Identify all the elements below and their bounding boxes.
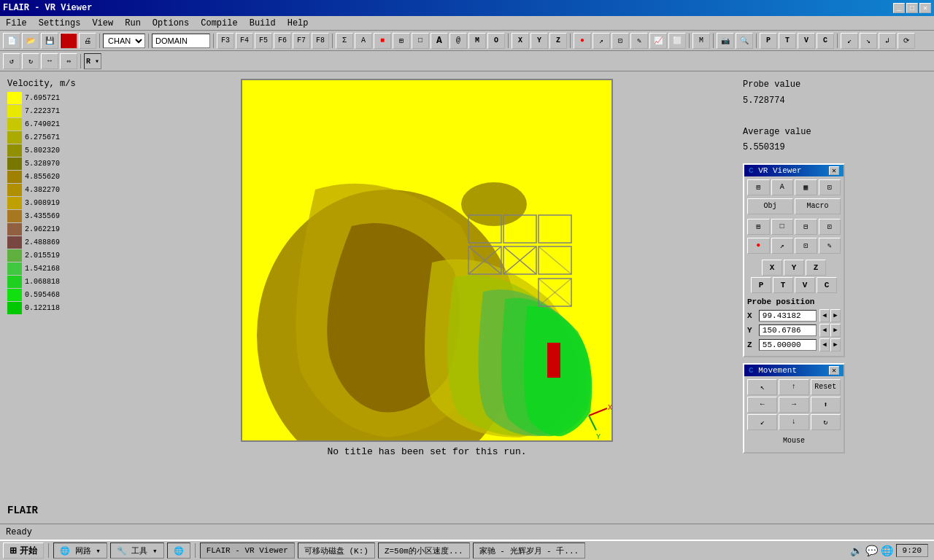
- tb2-move[interactable]: ↔: [41, 53, 58, 69]
- tb-P[interactable]: P: [760, 33, 777, 49]
- tb-f3[interactable]: F3: [217, 33, 234, 49]
- mv-btn-ul[interactable]: ↖: [747, 379, 777, 395]
- mv-btn-t[interactable]: ⬆: [811, 397, 841, 413]
- tb-at[interactable]: @: [449, 33, 467, 49]
- tb-bigA[interactable]: A: [431, 33, 448, 49]
- tb-O[interactable]: O: [487, 33, 505, 49]
- probe-x-right[interactable]: ▶: [830, 309, 841, 322]
- tb2-zoom[interactable]: ⇔: [60, 53, 77, 69]
- menu-help[interactable]: Help: [285, 18, 312, 28]
- obj-btn[interactable]: Obj: [747, 198, 793, 214]
- vr-t-btn[interactable]: T: [773, 277, 793, 293]
- tb-T[interactable]: T: [779, 33, 796, 49]
- start-button[interactable]: ⊞ 开始: [3, 542, 44, 559]
- taskbar-music[interactable]: 家驰 - 光辉岁月 - 千...: [473, 542, 585, 559]
- menu-view[interactable]: View: [89, 18, 116, 28]
- vr-viewer-close[interactable]: ✕: [829, 166, 839, 175]
- tb-M2[interactable]: M: [692, 33, 710, 49]
- chan-select[interactable]: CHAN: [103, 34, 145, 48]
- tb-Z[interactable]: Z: [549, 33, 567, 49]
- tb-f7[interactable]: F7: [293, 33, 310, 49]
- tb-print[interactable]: 🖨: [79, 33, 96, 49]
- tb-snap[interactable]: ⊡: [611, 33, 629, 49]
- taskbar-disk[interactable]: 可移动磁盘 (K:): [298, 542, 375, 559]
- vr-z-btn[interactable]: Z: [806, 260, 826, 276]
- tb-red[interactable]: ■: [374, 33, 391, 49]
- probe-x-left[interactable]: ◀: [819, 309, 830, 322]
- tb-M[interactable]: M: [468, 33, 486, 49]
- vr-btn-1[interactable]: ⊞: [747, 179, 770, 195]
- mv-reset[interactable]: Reset: [811, 379, 841, 395]
- vr-p-btn[interactable]: P: [751, 277, 771, 293]
- tb-f6[interactable]: F6: [274, 33, 291, 49]
- menu-file[interactable]: File: [3, 18, 30, 28]
- tb-arr3[interactable]: ↲: [879, 33, 896, 49]
- mv-btn-dl[interactable]: ↙: [747, 414, 777, 430]
- vr-c-btn[interactable]: C: [817, 277, 837, 293]
- vr-g3-3[interactable]: ⊡: [795, 238, 817, 254]
- mv-btn-r[interactable]: →: [779, 397, 808, 413]
- tb-new[interactable]: 📄: [3, 33, 20, 49]
- vr-btn-3[interactable]: ▦: [795, 179, 817, 195]
- taskbar-item-browser[interactable]: 🌐: [167, 542, 190, 559]
- mv-btn-l[interactable]: ←: [747, 397, 777, 413]
- menu-options[interactable]: Options: [150, 18, 192, 28]
- taskbar-item-tools[interactable]: 🔧 工具 ▾: [110, 542, 164, 559]
- vr-btn-4[interactable]: ⊡: [819, 179, 841, 195]
- macro-btn[interactable]: Macro: [795, 198, 841, 214]
- vr-g3-1[interactable]: ●: [747, 238, 770, 254]
- tb-chart[interactable]: 📈: [649, 33, 667, 49]
- maximize-button[interactable]: □: [906, 3, 918, 13]
- tb-grid[interactable]: ⊞: [393, 33, 410, 49]
- taskbar-z50[interactable]: Z=50m的小区速度...: [378, 542, 470, 559]
- movement-close[interactable]: ✕: [829, 366, 839, 375]
- tb-arrL[interactable]: ↙: [841, 33, 858, 49]
- tb-search[interactable]: 🔍: [736, 33, 753, 49]
- menu-compile[interactable]: Compile: [198, 18, 240, 28]
- mv-btn-u[interactable]: ↑: [779, 379, 808, 395]
- probe-y-left[interactable]: ◀: [819, 324, 830, 337]
- taskbar-item-network[interactable]: 🌐 网路 ▾: [53, 542, 107, 559]
- vr-g3-2[interactable]: ↗: [771, 238, 794, 254]
- viewport[interactable]: X Y: [241, 79, 613, 442]
- vr-g2-1[interactable]: ⊞: [747, 219, 770, 235]
- vr-g2-3[interactable]: ⊟: [795, 219, 817, 235]
- tb-sigma[interactable]: Σ: [336, 33, 353, 49]
- tb-red-dot[interactable]: ●: [574, 33, 591, 49]
- vr-btn-2[interactable]: A: [771, 179, 794, 195]
- tb-f5[interactable]: F5: [255, 33, 272, 49]
- tb-C[interactable]: C: [817, 33, 834, 49]
- probe-z-right[interactable]: ▶: [830, 338, 841, 351]
- tb-f8[interactable]: F8: [312, 33, 329, 49]
- tb2-R[interactable]: R ▾: [84, 53, 101, 69]
- tb-f4[interactable]: F4: [236, 33, 253, 49]
- probe-y-right[interactable]: ▶: [830, 324, 841, 337]
- minimize-button[interactable]: _: [893, 3, 905, 13]
- tb-Y[interactable]: Y: [530, 33, 548, 49]
- menu-settings[interactable]: Settings: [36, 18, 84, 28]
- vr-v-btn[interactable]: V: [795, 277, 815, 293]
- vr-g2-4[interactable]: ⊡: [819, 219, 841, 235]
- tb-arrR[interactable]: ↘: [860, 33, 877, 49]
- mv-btn-d[interactable]: ↓: [779, 414, 808, 430]
- tb-save[interactable]: 💾: [41, 33, 58, 49]
- tb-camera[interactable]: 📷: [717, 33, 734, 49]
- menu-build[interactable]: Build: [247, 18, 279, 28]
- vr-g3-4[interactable]: ✎: [819, 238, 841, 254]
- tb2-rotate-r[interactable]: ↻: [22, 53, 39, 69]
- tb-a[interactable]: A: [355, 33, 372, 49]
- mv-btn-rot[interactable]: ↻: [811, 414, 841, 430]
- tb-open[interactable]: 📂: [22, 33, 39, 49]
- tb-X[interactable]: X: [512, 33, 529, 49]
- tb-arrow-ne[interactable]: ↗: [593, 33, 610, 49]
- probe-z-left[interactable]: ◀: [819, 338, 830, 351]
- menu-run[interactable]: Run: [122, 18, 144, 28]
- vr-x-btn[interactable]: X: [762, 260, 782, 276]
- vr-g2-2[interactable]: □: [771, 219, 794, 235]
- tb-arr4[interactable]: ⟳: [898, 33, 915, 49]
- tb2-rotate-l[interactable]: ↺: [3, 53, 20, 69]
- tb-box[interactable]: □: [412, 33, 429, 49]
- close-button[interactable]: ✕: [919, 3, 931, 13]
- tb-color[interactable]: [60, 33, 77, 49]
- vr-y-btn[interactable]: Y: [784, 260, 804, 276]
